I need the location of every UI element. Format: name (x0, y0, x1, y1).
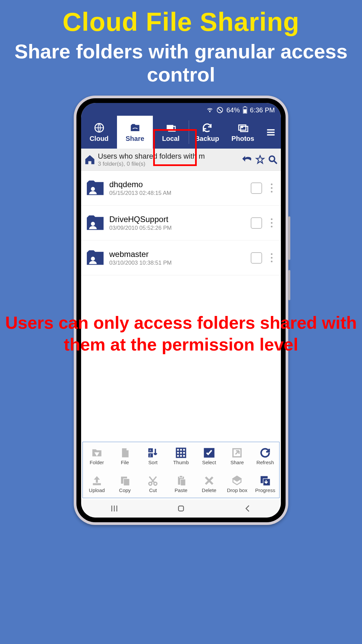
tool-share-label: Share (230, 460, 244, 465)
progress-icon (259, 475, 271, 487)
breadcrumb-title: Users who shared folders with m (98, 152, 239, 161)
tool-copy[interactable]: Copy (111, 470, 139, 498)
sort-icon: AZ (147, 447, 159, 459)
file-icon (119, 447, 131, 459)
user-folder-icon (86, 180, 105, 197)
item-name: DriveHQSupport (109, 215, 246, 224)
svg-point-0 (209, 111, 210, 112)
tool-select[interactable]: Select (195, 442, 223, 470)
menu-button[interactable] (261, 116, 281, 149)
phone-side-button (288, 270, 290, 300)
paste-icon (175, 475, 187, 487)
photos-icon (237, 122, 249, 133)
tool-progress[interactable]: Progress (251, 470, 279, 498)
item-date: 03/09/2010 05:52:26 PM (109, 225, 246, 231)
list-item[interactable]: DriveHQSupport 03/09/2010 05:52:26 PM (81, 206, 281, 240)
app-tabs: Cloud Share Local Backup (81, 116, 281, 149)
item-checkbox[interactable] (251, 252, 262, 264)
home-icon[interactable] (84, 154, 96, 166)
tool-file[interactable]: File (111, 442, 139, 470)
file-list: dhqdemo 05/15/2013 02:48:15 AM DriveHQSu… (81, 171, 281, 442)
no-disturb-icon (216, 106, 224, 114)
svg-point-11 (241, 126, 243, 127)
svg-rect-12 (267, 129, 275, 130)
item-checkbox[interactable] (251, 217, 262, 229)
tool-cut-label: Cut (149, 487, 157, 493)
status-bar: 64% 6:36 PM (81, 103, 281, 116)
tool-delete-label: Delete (202, 487, 216, 493)
local-folders-icon (165, 122, 177, 133)
tool-thumb-label: Thumb (173, 460, 189, 465)
svg-rect-13 (267, 132, 275, 133)
breadcrumb-sub: 3 folder(s), 0 file(s) (98, 161, 239, 167)
tab-photos-label: Photos (232, 135, 254, 143)
list-item[interactable]: webmaster 03/10/2003 10:38:51 PM (81, 240, 281, 275)
tab-local-label: Local (162, 135, 179, 143)
promo-subtitle: Share folders with granular access contr… (0, 40, 362, 86)
scissors-icon (147, 475, 159, 487)
wifi-icon (206, 106, 214, 114)
upload-icon (91, 475, 103, 487)
svg-rect-24 (177, 448, 186, 458)
svg-rect-7 (167, 125, 173, 129)
svg-rect-33 (123, 479, 129, 486)
item-date: 05/15/2013 02:48:15 AM (109, 190, 246, 197)
grid-icon (175, 447, 187, 459)
tool-share[interactable]: Share (223, 442, 251, 470)
item-more-button[interactable] (267, 183, 276, 193)
copy-icon (119, 475, 131, 487)
share-arrow-icon (231, 447, 243, 459)
tab-cloud[interactable]: Cloud (81, 116, 117, 149)
item-date: 03/10/2003 10:38:51 PM (109, 260, 246, 266)
item-more-button[interactable] (267, 218, 276, 227)
tool-dropbox[interactable]: Drop box (223, 470, 251, 498)
tab-backup[interactable]: Backup (189, 116, 225, 149)
item-more-button[interactable] (267, 253, 276, 262)
delete-x-icon (203, 475, 215, 487)
item-checkbox[interactable] (251, 182, 262, 194)
tool-select-label: Select (202, 460, 216, 465)
share-folder-icon (129, 122, 141, 133)
tool-thumb[interactable]: Thumb (167, 442, 195, 470)
tab-share-label: Share (126, 135, 144, 143)
dropbox-icon (231, 475, 243, 487)
bottom-toolbar: Folder File AZ Sort Thumb (82, 442, 280, 498)
svg-point-15 (269, 156, 275, 161)
tool-upload-label: Upload (89, 487, 105, 493)
search-icon[interactable] (267, 154, 278, 165)
svg-rect-38 (181, 479, 186, 486)
breadcrumb-bar: Users who shared folders with m 3 folder… (81, 149, 281, 171)
svg-rect-37 (180, 476, 183, 478)
svg-point-19 (91, 257, 95, 261)
tool-delete[interactable]: Delete (195, 470, 223, 498)
backup-sync-icon (201, 122, 213, 133)
tool-cut[interactable]: Cut (139, 470, 167, 498)
home-button[interactable] (176, 503, 186, 514)
svg-rect-5 (243, 109, 246, 113)
refresh-icon (259, 447, 271, 459)
list-item[interactable]: dhqdemo 05/15/2013 02:48:15 AM (81, 171, 281, 206)
back-arrow-icon[interactable] (241, 154, 253, 165)
tab-photos[interactable]: Photos (225, 116, 261, 149)
tool-folder[interactable]: Folder (83, 442, 111, 470)
user-folder-icon (86, 215, 105, 231)
tool-paste-label: Paste (175, 487, 187, 493)
tool-sort[interactable]: AZ Sort (139, 442, 167, 470)
hamburger-icon (266, 127, 276, 137)
tool-progress-label: Progress (255, 487, 275, 493)
back-button[interactable] (243, 503, 253, 514)
item-name: dhqdemo (109, 180, 246, 189)
tool-upload[interactable]: Upload (83, 470, 111, 498)
tab-share[interactable]: Share (117, 116, 153, 149)
tab-local[interactable]: Local (153, 116, 189, 149)
tool-paste[interactable]: Paste (167, 470, 195, 498)
favorite-star-icon[interactable] (255, 154, 265, 165)
phone-mockup: 64% 6:36 PM Cloud Share (74, 96, 288, 525)
svg-line-16 (274, 161, 277, 164)
recents-button[interactable] (109, 503, 119, 514)
item-name: webmaster (109, 250, 246, 259)
tool-sort-label: Sort (148, 460, 158, 465)
globe-icon (94, 122, 105, 133)
svg-rect-14 (267, 134, 275, 136)
tool-refresh[interactable]: Refresh (251, 442, 279, 470)
